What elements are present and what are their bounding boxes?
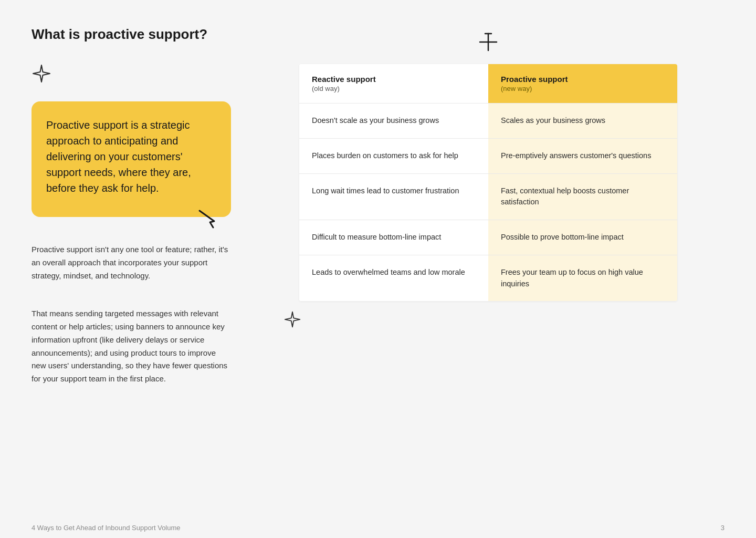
reactive-cell: Leads to overwhelmed teams and low moral…: [299, 255, 488, 301]
highlight-box: Proactive support is a strategic approac…: [32, 101, 231, 217]
body-text-1: Proactive support isn't any one tool or …: [32, 243, 231, 282]
highlight-text: Proactive support is a strategic approac…: [46, 117, 216, 196]
main-content: What is proactive support? Proactive sup…: [0, 0, 756, 518]
proactive-cell: Frees your team up to focus on high valu…: [488, 255, 677, 301]
table-row: Leads to overwhelmed teams and low moral…: [299, 255, 677, 301]
left-panel: What is proactive support? Proactive sup…: [32, 26, 231, 496]
table-row: Places burden on customers to ask for he…: [299, 138, 677, 173]
col-reactive-header: Reactive support (old way): [299, 64, 488, 104]
reactive-label: Reactive support: [312, 75, 476, 84]
table-row: Doesn't scale as your business growsScal…: [299, 104, 677, 139]
table-row: Long wait times lead to customer frustra…: [299, 173, 677, 220]
reactive-cell: Places burden on customers to ask for he…: [299, 138, 488, 173]
proactive-cell: Scales as your business grows: [488, 104, 677, 139]
arrow-icon: [195, 206, 220, 232]
page-title: What is proactive support?: [32, 26, 231, 43]
col-proactive-header: Proactive support (new way): [488, 64, 677, 104]
footer-label: 4 Ways to Get Ahead of Inbound Support V…: [32, 524, 181, 532]
sparkle-icon-top: [32, 64, 231, 86]
compare-icon: [478, 32, 499, 55]
proactive-sub: (new way): [501, 85, 665, 92]
proactive-label: Proactive support: [501, 75, 665, 84]
proactive-cell: Possible to prove bottom-line impact: [488, 220, 677, 255]
comparison-table: Reactive support (old way) Proactive sup…: [299, 64, 677, 301]
table-row: Difficult to measure bottom-line impactP…: [299, 220, 677, 255]
footer-page: 3: [721, 524, 724, 532]
body-text-2: That means sending targeted messages wit…: [32, 307, 231, 386]
reactive-cell: Difficult to measure bottom-line impact: [299, 220, 488, 255]
reactive-sub: (old way): [312, 85, 476, 92]
footer: 4 Ways to Get Ahead of Inbound Support V…: [0, 518, 756, 538]
sparkle-icon-bottom: [284, 311, 301, 330]
proactive-cell: Pre-emptively answers customer's questio…: [488, 138, 677, 173]
proactive-cell: Fast, contextual help boosts customer sa…: [488, 173, 677, 220]
reactive-cell: Long wait times lead to customer frustra…: [299, 173, 488, 220]
right-panel: Reactive support (old way) Proactive sup…: [252, 26, 724, 496]
reactive-cell: Doesn't scale as your business grows: [299, 104, 488, 139]
